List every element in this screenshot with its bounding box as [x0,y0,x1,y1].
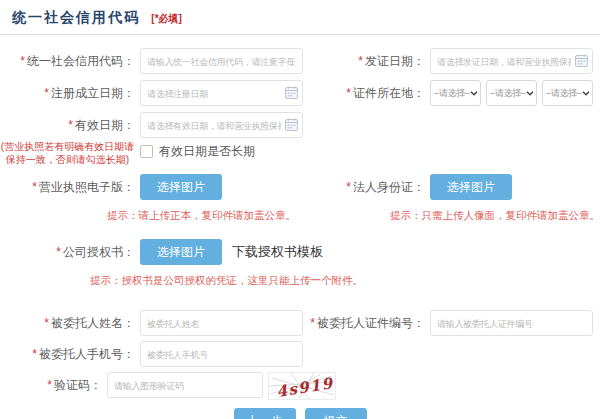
credit-code-form: *统一社会信用代码： *发证日期： *注册成立日期： *证件所 [0,35,600,419]
page-header: 统一社会信用代码 [*必填] [0,0,600,35]
captcha-image[interactable]: 4s919 [268,372,336,400]
valid-date-label: *有效日期： [0,112,135,138]
calendar-icon[interactable] [575,54,588,67]
required-mark: * [32,180,37,194]
long-term-checkbox-label: 有效日期是否长期 [159,143,255,160]
captcha-label: *验证码： [0,372,102,398]
license-image-label: *营业执照电子版： [0,174,135,200]
province-select-value: --请选择-- [434,87,470,100]
issue-date-input[interactable] [430,48,593,74]
calendar-icon[interactable] [285,118,298,131]
district-select-value: --请选择-- [546,87,582,100]
row-agent-phone: *被委托人手机号： [0,341,600,367]
required-mark: * [32,347,37,361]
page-title: 统一社会信用代码 [12,9,140,25]
cert-location-label: *证件所在地： [310,80,425,106]
district-select[interactable]: --请选择-- [542,80,593,106]
required-mark: * [44,316,49,330]
issue-date-label: *发证日期： [310,48,425,74]
city-select-value: --请选择-- [490,87,526,100]
row-agent-name-id: *被委托人姓名： *被委托人证件编号： [0,310,600,336]
row-credit-issue: *统一社会信用代码： *发证日期： [0,48,600,74]
required-mark: * [346,86,351,100]
city-select[interactable]: --请选择-- [486,80,537,106]
calendar-icon[interactable] [285,86,298,99]
required-mark: * [310,316,315,330]
chevron-down-icon [582,91,590,96]
chevron-down-icon [526,91,534,96]
row-captcha: *验证码： 4s919 [0,372,600,400]
register-date-input[interactable] [140,80,303,106]
credit-code-label: *统一社会信用代码： [0,48,135,74]
required-note: [*必填] [151,13,182,24]
credit-code-input[interactable] [140,48,303,74]
required-mark: * [358,54,363,68]
required-mark: * [68,118,73,132]
choose-license-image-button[interactable]: 选择图片 [140,174,222,200]
license-image-hint: 提示：请上传正本，复印件请加盖公章。 [107,209,296,223]
submit-button[interactable]: 提交 [305,408,367,419]
form-footer: 上一步 提交 [0,408,600,419]
download-template-link[interactable]: 下载授权书模板 [232,243,323,261]
authorization-hint: 提示：授权书是公司授权的凭证，这里只能上传一个附件。 [90,274,363,288]
choose-legal-id-image-button[interactable]: 选择图片 [430,174,512,200]
valid-date-input[interactable] [140,112,303,138]
agent-phone-label: *被委托人手机号： [0,341,135,367]
agent-phone-input[interactable] [140,341,303,367]
agent-name-label: *被委托人姓名： [0,310,135,336]
valid-date-note: (营业执照若有明确有效日期请保持一致，否则请勾选长期) [0,140,135,166]
required-mark: * [44,86,49,100]
row-valid-date: *有效日期： (营业执照若有明确有效日期请保持一致，否则请勾选长期) 有效日期是… [0,112,600,166]
row-register-location: *注册成立日期： *证件所在地： --请选择-- --请选择-- [0,80,600,106]
captcha-input[interactable] [107,372,263,398]
legal-id-hint: 提示：只需上传人像面，复印件请加盖公章。 [390,209,600,223]
agent-id-label: *被委托人证件编号： [310,310,425,336]
row-uploads: *营业执照电子版： 选择图片 提示：请上传正本，复印件请加盖公章。 *法人身份证… [0,174,600,223]
required-mark: * [47,378,52,392]
legal-id-label: *法人身份证： [310,174,425,200]
chevron-down-icon [470,91,478,96]
choose-authorization-image-button[interactable]: 选择图片 [140,239,222,265]
long-term-checkbox[interactable] [140,145,153,158]
required-mark: * [20,54,25,68]
province-select[interactable]: --请选择-- [430,80,481,106]
row-authorization: *公司授权书： 选择图片 下载授权书模板 提示：授权书是公司授权的凭证，这里只能… [0,239,600,288]
authorization-label: *公司授权书： [0,239,135,265]
prev-step-button[interactable]: 上一步 [234,408,296,419]
register-date-label: *注册成立日期： [0,80,135,106]
captcha-text: 4s919 [275,374,335,399]
agent-id-input[interactable] [430,310,593,336]
required-mark: * [346,180,351,194]
required-mark: * [56,245,61,259]
agent-name-input[interactable] [140,310,303,336]
